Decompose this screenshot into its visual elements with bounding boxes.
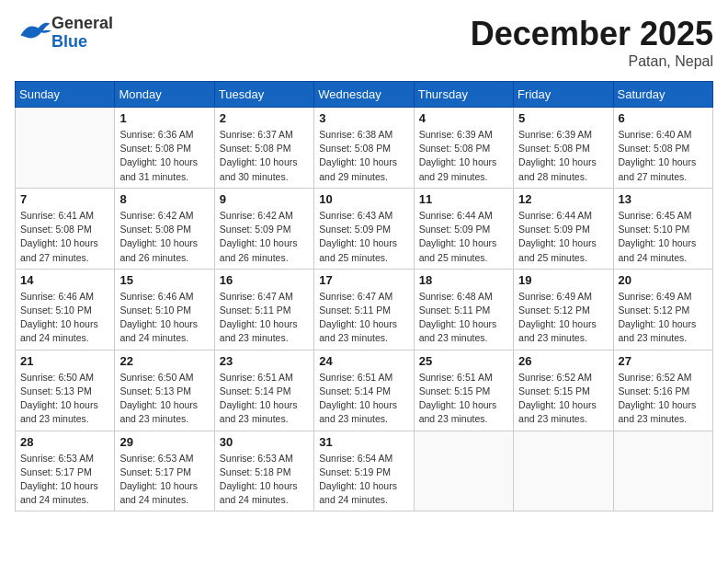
day-info: Sunrise: 6:44 AMSunset: 5:09 PMDaylight:…	[518, 209, 608, 265]
calendar-cell	[414, 431, 513, 511]
day-info: Sunrise: 6:36 AMSunset: 5:08 PMDaylight:…	[119, 128, 209, 184]
calendar-cell: 26Sunrise: 6:52 AMSunset: 5:15 PMDayligh…	[514, 350, 613, 431]
logo-text: General Blue	[51, 15, 113, 52]
day-number: 7	[20, 192, 109, 206]
calendar-cell: 29Sunrise: 6:53 AMSunset: 5:17 PMDayligh…	[115, 431, 214, 511]
day-number: 28	[20, 435, 109, 449]
calendar-cell: 31Sunrise: 6:54 AMSunset: 5:19 PMDayligh…	[314, 431, 414, 511]
day-number: 6	[619, 111, 708, 125]
day-info: Sunrise: 6:53 AMSunset: 5:17 PMDaylight:…	[119, 452, 209, 508]
calendar-cell: 20Sunrise: 6:49 AMSunset: 5:12 PMDayligh…	[613, 269, 712, 350]
logo-blue: Blue	[51, 33, 113, 52]
title-area: December 2025 Patan, Nepal	[471, 15, 713, 70]
calendar-cell: 11Sunrise: 6:44 AMSunset: 5:09 PMDayligh…	[414, 188, 513, 269]
day-info: Sunrise: 6:50 AMSunset: 5:13 PMDaylight:…	[20, 371, 109, 427]
calendar-cell: 25Sunrise: 6:51 AMSunset: 5:15 PMDayligh…	[414, 350, 513, 431]
calendar-cell: 3Sunrise: 6:38 AMSunset: 5:08 PMDaylight…	[314, 108, 414, 189]
column-header-thursday: Thursday	[414, 82, 513, 108]
day-info: Sunrise: 6:45 AMSunset: 5:10 PMDaylight:…	[619, 209, 708, 265]
day-number: 18	[419, 273, 508, 287]
day-number: 30	[220, 435, 309, 449]
day-info: Sunrise: 6:47 AMSunset: 5:11 PMDaylight:…	[319, 290, 408, 346]
calendar-cell: 6Sunrise: 6:40 AMSunset: 5:08 PMDaylight…	[613, 108, 712, 189]
day-number: 9	[220, 192, 309, 206]
column-header-saturday: Saturday	[613, 82, 712, 108]
column-header-sunday: Sunday	[16, 82, 115, 108]
day-info: Sunrise: 6:37 AMSunset: 5:08 PMDaylight:…	[220, 128, 309, 184]
logo-general: General	[51, 15, 113, 33]
calendar-cell: 17Sunrise: 6:47 AMSunset: 5:11 PMDayligh…	[314, 269, 414, 350]
day-info: Sunrise: 6:53 AMSunset: 5:17 PMDaylight:…	[20, 452, 109, 508]
day-number: 31	[319, 435, 408, 449]
calendar-cell	[16, 108, 115, 189]
calendar-cell: 2Sunrise: 6:37 AMSunset: 5:08 PMDaylight…	[214, 108, 313, 189]
logo-icon	[15, 15, 51, 52]
day-number: 25	[419, 354, 508, 368]
day-number: 15	[119, 273, 209, 287]
day-info: Sunrise: 6:53 AMSunset: 5:18 PMDaylight:…	[220, 452, 309, 508]
day-info: Sunrise: 6:51 AMSunset: 5:15 PMDaylight:…	[419, 371, 508, 427]
calendar-week-row: 7Sunrise: 6:41 AMSunset: 5:08 PMDaylight…	[16, 188, 713, 269]
calendar-cell	[514, 431, 613, 511]
day-number: 13	[619, 192, 708, 206]
day-info: Sunrise: 6:52 AMSunset: 5:15 PMDaylight:…	[518, 371, 608, 427]
day-number: 14	[20, 273, 109, 287]
day-number: 17	[319, 273, 408, 287]
column-header-tuesday: Tuesday	[214, 82, 313, 108]
calendar-cell: 7Sunrise: 6:41 AMSunset: 5:08 PMDaylight…	[16, 188, 115, 269]
calendar-cell: 5Sunrise: 6:39 AMSunset: 5:08 PMDaylight…	[514, 108, 613, 189]
calendar-cell: 15Sunrise: 6:46 AMSunset: 5:10 PMDayligh…	[115, 269, 214, 350]
day-number: 3	[319, 111, 408, 125]
calendar-cell: 22Sunrise: 6:50 AMSunset: 5:13 PMDayligh…	[115, 350, 214, 431]
calendar-cell: 1Sunrise: 6:36 AMSunset: 5:08 PMDaylight…	[115, 108, 214, 189]
calendar-cell: 8Sunrise: 6:42 AMSunset: 5:08 PMDaylight…	[115, 188, 214, 269]
calendar-cell: 21Sunrise: 6:50 AMSunset: 5:13 PMDayligh…	[16, 350, 115, 431]
day-number: 5	[518, 111, 608, 125]
calendar-week-row: 1Sunrise: 6:36 AMSunset: 5:08 PMDaylight…	[16, 108, 713, 189]
calendar-cell: 16Sunrise: 6:47 AMSunset: 5:11 PMDayligh…	[214, 269, 313, 350]
month-title: December 2025	[471, 15, 713, 53]
day-info: Sunrise: 6:54 AMSunset: 5:19 PMDaylight:…	[319, 452, 408, 508]
calendar-cell: 10Sunrise: 6:43 AMSunset: 5:09 PMDayligh…	[314, 188, 414, 269]
day-info: Sunrise: 6:39 AMSunset: 5:08 PMDaylight:…	[419, 128, 508, 184]
calendar-week-row: 21Sunrise: 6:50 AMSunset: 5:13 PMDayligh…	[16, 350, 713, 431]
day-number: 21	[20, 354, 109, 368]
calendar-cell: 19Sunrise: 6:49 AMSunset: 5:12 PMDayligh…	[514, 269, 613, 350]
day-number: 29	[119, 435, 209, 449]
day-info: Sunrise: 6:51 AMSunset: 5:14 PMDaylight:…	[220, 371, 309, 427]
day-info: Sunrise: 6:51 AMSunset: 5:14 PMDaylight:…	[319, 371, 408, 427]
day-number: 2	[220, 111, 309, 125]
calendar-cell: 9Sunrise: 6:42 AMSunset: 5:09 PMDaylight…	[214, 188, 313, 269]
day-number: 11	[419, 192, 508, 206]
day-info: Sunrise: 6:44 AMSunset: 5:09 PMDaylight:…	[419, 209, 508, 265]
day-number: 10	[319, 192, 408, 206]
day-info: Sunrise: 6:42 AMSunset: 5:09 PMDaylight:…	[220, 209, 309, 265]
day-number: 16	[220, 273, 309, 287]
day-number: 27	[619, 354, 708, 368]
calendar-week-row: 14Sunrise: 6:46 AMSunset: 5:10 PMDayligh…	[16, 269, 713, 350]
calendar-cell: 24Sunrise: 6:51 AMSunset: 5:14 PMDayligh…	[314, 350, 414, 431]
calendar-week-row: 28Sunrise: 6:53 AMSunset: 5:17 PMDayligh…	[16, 431, 713, 511]
day-info: Sunrise: 6:40 AMSunset: 5:08 PMDaylight:…	[619, 128, 708, 184]
calendar-cell: 27Sunrise: 6:52 AMSunset: 5:16 PMDayligh…	[613, 350, 712, 431]
day-number: 1	[119, 111, 209, 125]
day-number: 26	[518, 354, 608, 368]
day-number: 24	[319, 354, 408, 368]
day-info: Sunrise: 6:46 AMSunset: 5:10 PMDaylight:…	[20, 290, 109, 346]
day-number: 19	[518, 273, 608, 287]
calendar-cell: 28Sunrise: 6:53 AMSunset: 5:17 PMDayligh…	[16, 431, 115, 511]
page-header: General Blue December 2025 Patan, Nepal	[15, 15, 713, 70]
day-number: 12	[518, 192, 608, 206]
calendar-table: SundayMondayTuesdayWednesdayThursdayFrid…	[15, 81, 713, 511]
day-info: Sunrise: 6:39 AMSunset: 5:08 PMDaylight:…	[518, 128, 608, 184]
calendar-cell: 12Sunrise: 6:44 AMSunset: 5:09 PMDayligh…	[514, 188, 613, 269]
day-info: Sunrise: 6:43 AMSunset: 5:09 PMDaylight:…	[319, 209, 408, 265]
calendar-cell: 14Sunrise: 6:46 AMSunset: 5:10 PMDayligh…	[16, 269, 115, 350]
column-header-monday: Monday	[115, 82, 214, 108]
calendar-cell	[613, 431, 712, 511]
calendar-header-row: SundayMondayTuesdayWednesdayThursdayFrid…	[16, 82, 713, 108]
day-info: Sunrise: 6:49 AMSunset: 5:12 PMDaylight:…	[518, 290, 608, 346]
column-header-wednesday: Wednesday	[314, 82, 414, 108]
day-info: Sunrise: 6:50 AMSunset: 5:13 PMDaylight:…	[119, 371, 209, 427]
day-number: 4	[419, 111, 508, 125]
